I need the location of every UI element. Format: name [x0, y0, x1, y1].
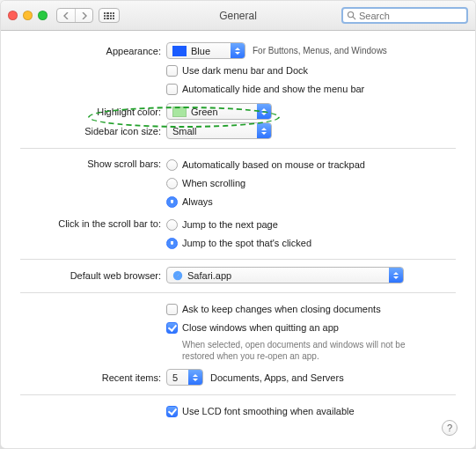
blue-swatch-icon [172, 46, 187, 56]
separator [20, 148, 456, 149]
browser-label: Default web browser: [20, 270, 166, 281]
scrollbars-always-radio[interactable] [166, 196, 178, 208]
preferences-window: General Appearance: Blue For Buttons, Me… [0, 0, 476, 449]
dark-menu-checkbox[interactable] [166, 65, 178, 77]
close-windows-checkbox[interactable] [166, 322, 178, 334]
updown-icon [188, 370, 202, 385]
close-windows-hint: When selected, open documents and window… [182, 339, 430, 362]
safari-icon [172, 270, 183, 281]
svg-line-1 [353, 17, 355, 19]
default-browser-select[interactable]: Safari.app [166, 267, 404, 283]
minimize-window-button[interactable] [23, 11, 33, 20]
back-button[interactable] [57, 9, 75, 22]
appearance-select[interactable]: Blue [166, 42, 245, 59]
updown-icon [231, 43, 245, 58]
nav-back-forward [56, 8, 93, 23]
highlight-color-select[interactable]: Green [166, 103, 272, 120]
titlebar: General [1, 1, 475, 31]
scrollbars-scrolling-label: When scrolling [182, 178, 245, 188]
separator [20, 394, 456, 395]
svg-point-0 [348, 11, 353, 17]
zoom-window-button[interactable] [38, 11, 48, 20]
lcd-smoothing-checkbox[interactable] [166, 406, 178, 417]
search-field-wrap[interactable] [341, 7, 468, 24]
ask-keep-changes-checkbox[interactable] [166, 304, 178, 315]
separator [20, 292, 456, 293]
lcd-smoothing-label: Use LCD font smoothing when available [182, 406, 355, 416]
recent-items-value: 5 [172, 372, 178, 383]
help-button[interactable]: ? [442, 420, 458, 436]
sidebar-size-value: Small [172, 126, 197, 136]
scrollbars-auto-radio[interactable] [166, 159, 178, 171]
dark-menu-label: Use dark menu bar and Dock [182, 65, 308, 76]
close-window-button[interactable] [8, 11, 18, 20]
clickbar-spot-radio[interactable] [166, 238, 178, 249]
separator [20, 259, 456, 260]
recent-items-label: Recent items: [20, 372, 166, 383]
recent-items-select[interactable]: 5 [166, 369, 203, 386]
highlight-label: Highlight color: [20, 107, 166, 117]
content-area: Appearance: Blue For Buttons, Menus, and… [1, 31, 475, 429]
auto-hide-menu-label: Automatically hide and show the menu bar [182, 84, 364, 94]
green-swatch-icon [172, 107, 187, 117]
scrollbars-label: Show scroll bars: [20, 158, 166, 169]
appearance-label: Appearance: [20, 46, 166, 56]
svg-point-2 [173, 270, 182, 279]
recent-items-suffix: Documents, Apps, and Servers [210, 372, 344, 383]
close-windows-label: Close windows when quitting an app [182, 322, 339, 333]
updown-icon [257, 104, 271, 119]
scrollbars-auto-label: Automatically based on mouse or trackpad [182, 159, 365, 170]
updown-icon [257, 123, 271, 138]
sidebar-size-select[interactable]: Small [166, 122, 272, 139]
appearance-hint: For Buttons, Menus, and Windows [253, 46, 387, 55]
appearance-value: Blue [191, 46, 210, 56]
ask-keep-changes-label: Ask to keep changes when closing documen… [182, 304, 381, 314]
updown-icon [389, 268, 403, 283]
scrollbars-always-label: Always [182, 196, 213, 207]
browser-value: Safari.app [187, 270, 231, 281]
clickbar-label: Click in the scroll bar to: [20, 218, 166, 229]
question-icon: ? [447, 423, 452, 433]
forward-button[interactable] [75, 9, 92, 22]
show-all-button[interactable] [99, 8, 120, 23]
clickbar-next-radio[interactable] [166, 219, 178, 231]
clickbar-next-label: Jump to the next page [182, 219, 278, 230]
scrollbars-scrolling-radio[interactable] [166, 178, 178, 189]
search-icon [347, 11, 356, 20]
search-input[interactable] [359, 11, 463, 21]
clickbar-spot-label: Jump to the spot that's clicked [182, 238, 311, 248]
auto-hide-menu-checkbox[interactable] [166, 84, 178, 95]
window-controls [8, 11, 48, 20]
sidebar-size-label: Sidebar icon size: [20, 126, 166, 136]
highlight-value: Green [191, 107, 218, 117]
